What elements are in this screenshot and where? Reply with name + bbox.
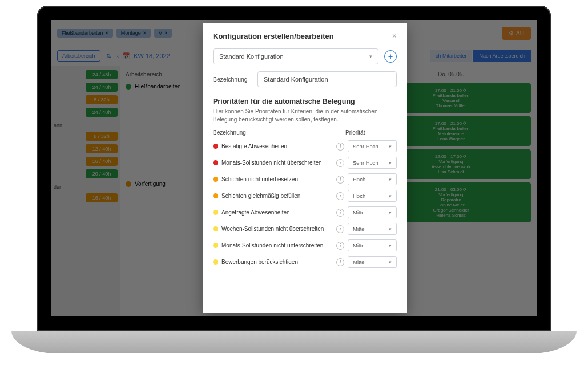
- priority-dot-icon: [213, 259, 218, 265]
- chevron-down-icon: ▾: [389, 144, 392, 149]
- name-label: Bezeichnung: [213, 76, 252, 83]
- priority-select[interactable]: Hoch▾: [348, 190, 397, 202]
- info-icon[interactable]: i: [336, 159, 344, 167]
- priority-row: Angefragte AbwesenheiteniMittel▾: [213, 206, 397, 218]
- info-icon[interactable]: i: [336, 143, 344, 151]
- priority-select[interactable]: Mittel▾: [348, 256, 397, 268]
- config-select[interactable]: Standard Konfiguration ▾: [213, 48, 378, 64]
- priority-name: Schichten gleichmäßig befüllen: [221, 193, 333, 199]
- priorities-desc: Hier können Sie Prioritäten für Kriterie…: [213, 108, 397, 124]
- info-icon[interactable]: i: [336, 209, 344, 217]
- priority-select[interactable]: Mittel▾: [348, 223, 397, 235]
- priority-name: Monats-Sollstunden nicht überschreiten: [221, 160, 333, 166]
- priority-name: Angefragte Abwesenheiten: [221, 209, 333, 216]
- priority-row: Bewerbungen berücksichtigeniMittel▾: [213, 256, 397, 268]
- priority-row: Schichten nicht unterbesetzeniHoch▾: [213, 173, 397, 185]
- priority-dot-icon: [213, 243, 218, 248]
- priority-row: Monats-Sollstunden nicht unterschreiteni…: [213, 239, 397, 251]
- add-config-button[interactable]: +: [384, 50, 397, 63]
- priority-dot-icon: [213, 144, 218, 149]
- info-icon[interactable]: i: [336, 258, 344, 266]
- close-icon[interactable]: ×: [392, 31, 397, 40]
- priorities-title: Prioritäten für die automatische Belegun…: [213, 97, 397, 105]
- config-modal: Konfiguration erstellen/bearbeiten × Sta…: [203, 23, 407, 313]
- chevron-down-icon: ▾: [389, 160, 392, 166]
- priority-name: Monats-Sollstunden nicht unterschreiten: [221, 242, 333, 249]
- priority-name: Bestätigte Abwesenheiten: [221, 143, 333, 149]
- name-input[interactable]: Standard Konfiguration: [257, 71, 397, 87]
- chevron-down-icon: ▾: [389, 226, 392, 232]
- priority-row: Wochen-Sollstunden nicht überschreiteniM…: [213, 223, 397, 235]
- priority-dot-icon: [213, 226, 218, 231]
- screen: Fließbandarbeiten× Montage× V× ⚙ AU Arbe…: [51, 20, 537, 316]
- info-icon[interactable]: i: [336, 242, 344, 250]
- priority-name: Wochen-Sollstunden nicht überschreiten: [221, 226, 333, 232]
- chevron-down-icon: ▾: [389, 177, 392, 182]
- priority-select[interactable]: Mittel▾: [348, 206, 397, 218]
- priority-select[interactable]: Hoch▾: [348, 173, 397, 185]
- laptop-base: [11, 331, 577, 353]
- laptop-frame: Fließbandarbeiten× Montage× V× ⚙ AU Arbe…: [37, 6, 551, 331]
- priority-row: Schichten gleichmäßig befülleniHoch▾: [213, 190, 397, 202]
- chevron-down-icon: ▾: [389, 243, 392, 249]
- priority-select[interactable]: Sehr Hoch▾: [348, 140, 397, 152]
- chevron-down-icon: ▾: [369, 54, 372, 59]
- col-prio-header: Priorität: [345, 129, 397, 136]
- chevron-down-icon: ▾: [389, 210, 392, 216]
- col-name-header: Bezeichnung: [213, 129, 345, 136]
- priority-select[interactable]: Sehr Hoch▾: [348, 157, 397, 169]
- priority-dot-icon: [213, 210, 218, 215]
- priority-name: Bewerbungen berücksichtigen: [221, 259, 333, 265]
- chevron-down-icon: ▾: [389, 259, 392, 265]
- priority-select[interactable]: Mittel▾: [348, 239, 397, 251]
- info-icon[interactable]: i: [336, 225, 344, 233]
- info-icon[interactable]: i: [336, 176, 344, 184]
- priority-dot-icon: [213, 160, 218, 165]
- priority-dot-icon: [213, 177, 218, 182]
- priority-name: Schichten nicht unterbesetzen: [221, 176, 333, 182]
- modal-title: Konfiguration erstellen/bearbeiten: [213, 32, 334, 40]
- priority-row: Bestätigte AbwesenheiteniSehr Hoch▾: [213, 140, 397, 152]
- priority-row: Monats-Sollstunden nicht überschreiteniS…: [213, 157, 397, 169]
- priority-dot-icon: [213, 193, 218, 198]
- chevron-down-icon: ▾: [389, 193, 392, 199]
- info-icon[interactable]: i: [336, 192, 344, 200]
